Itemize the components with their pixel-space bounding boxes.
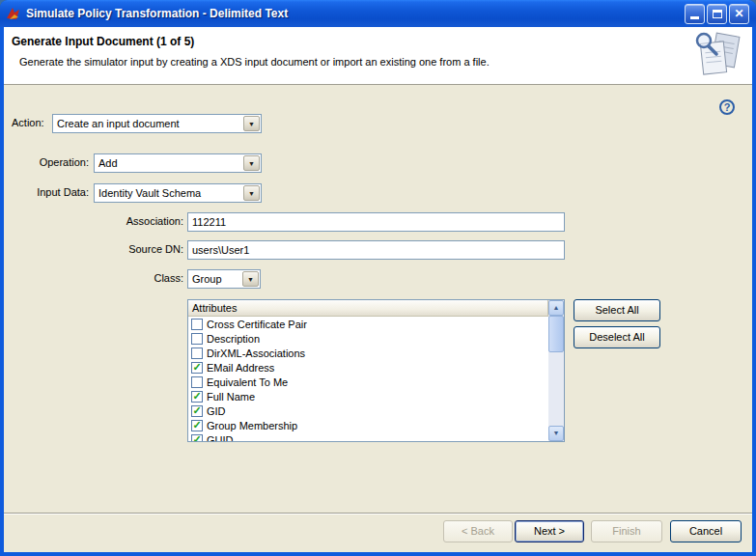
- page-title: Generate Input Document (1 of 5): [12, 35, 194, 48]
- checked-checkbox-icon[interactable]: ✓: [191, 434, 203, 442]
- class-dropdown-arrow-icon[interactable]: ▼: [242, 271, 259, 287]
- back-button[interactable]: < Back: [443, 520, 513, 542]
- unchecked-checkbox-icon[interactable]: [191, 319, 203, 330]
- attribute-label: GUID: [207, 434, 234, 442]
- attribute-row[interactable]: ✓GID: [188, 403, 548, 418]
- checked-checkbox-icon[interactable]: ✓: [191, 362, 203, 374]
- class-select[interactable]: Group ▼: [187, 269, 261, 289]
- attribute-label: Group Membership: [207, 420, 297, 431]
- operation-dropdown-arrow-icon[interactable]: ▼: [243, 155, 260, 171]
- action-value: Create an input document: [57, 118, 180, 129]
- class-label: Class:: [12, 272, 183, 284]
- attribute-label: Equivalent To Me: [207, 376, 288, 388]
- attribute-row[interactable]: Equivalent To Me: [188, 375, 548, 389]
- scroll-thumb[interactable]: [548, 316, 564, 352]
- finish-button[interactable]: Finish: [591, 520, 662, 542]
- attribute-label: Cross Certificate Pair: [207, 319, 307, 330]
- attributes-listbox: Attributes Cross Certificate PairDescrip…: [187, 299, 565, 442]
- attribute-row[interactable]: ✓Group Membership: [188, 418, 548, 432]
- attributes-column-header[interactable]: Attributes: [188, 300, 548, 317]
- minimize-icon: [690, 16, 699, 19]
- dialog-window: Simulate Policy Transformation - Delimit…: [0, 0, 756, 556]
- close-button[interactable]: ✕: [729, 4, 749, 24]
- simulator-document-icon: [690, 31, 742, 79]
- attribute-row[interactable]: ✓Full Name: [188, 389, 548, 403]
- attribute-label: DirXML-Associations: [207, 348, 305, 359]
- source-dn-label: Source DN:: [12, 243, 183, 255]
- attribute-row[interactable]: ✓EMail Address: [188, 360, 548, 375]
- app-icon: [5, 5, 22, 22]
- window-title: Simulate Policy Transformation - Delimit…: [26, 7, 685, 20]
- attribute-row[interactable]: Description: [188, 331, 548, 346]
- input-data-select[interactable]: Identity Vault Schema ▼: [94, 183, 262, 203]
- attribute-label: EMail Address: [207, 362, 274, 374]
- action-select[interactable]: Create an input document ▼: [52, 114, 262, 133]
- attribute-label: Description: [207, 333, 260, 345]
- cancel-button[interactable]: Cancel: [670, 520, 742, 542]
- window-controls: ✕: [685, 4, 749, 24]
- operation-label: Operation:: [12, 156, 89, 168]
- next-button[interactable]: Next >: [515, 520, 584, 542]
- input-data-label: Input Data:: [12, 186, 89, 198]
- operation-value: Add: [98, 157, 118, 169]
- scroll-up-arrow-icon[interactable]: ▲: [548, 300, 564, 316]
- page-description: Generate the simulator input by creating…: [19, 56, 490, 68]
- action-dropdown-arrow-icon[interactable]: ▼: [243, 116, 260, 131]
- action-label: Action:: [12, 117, 44, 128]
- attribute-row[interactable]: Cross Certificate Pair: [188, 317, 548, 331]
- close-icon: ✕: [730, 5, 748, 23]
- attributes-scrollbar[interactable]: ▲ ▼: [548, 300, 564, 441]
- attribute-row[interactable]: ✓GUID: [188, 432, 548, 441]
- minimize-button[interactable]: [685, 4, 705, 24]
- select-all-button[interactable]: Select All: [574, 299, 660, 321]
- scroll-down-arrow-icon[interactable]: ▼: [548, 426, 564, 441]
- maximize-icon: [713, 10, 722, 18]
- deselect-all-button[interactable]: Deselect All: [574, 326, 660, 348]
- attribute-label: Full Name: [207, 391, 255, 403]
- unchecked-checkbox-icon[interactable]: [191, 348, 203, 359]
- button-bar: < Back Next > Finish Cancel: [4, 513, 752, 552]
- input-data-value: Identity Vault Schema: [98, 187, 201, 199]
- unchecked-checkbox-icon[interactable]: [191, 333, 203, 345]
- help-icon[interactable]: ?: [719, 99, 735, 115]
- checked-checkbox-icon[interactable]: ✓: [191, 391, 203, 403]
- attribute-row[interactable]: DirXML-Associations: [188, 346, 548, 360]
- association-input[interactable]: [187, 212, 565, 232]
- wizard-header: Generate Input Document (1 of 5) Generat…: [4, 27, 752, 85]
- dialog-body: Generate Input Document (1 of 5) Generat…: [4, 27, 752, 552]
- unchecked-checkbox-icon[interactable]: [191, 376, 203, 388]
- class-value: Group: [192, 273, 222, 285]
- maximize-button[interactable]: [707, 4, 727, 24]
- attribute-label: GID: [207, 405, 226, 417]
- checked-checkbox-icon[interactable]: ✓: [191, 405, 203, 417]
- checked-checkbox-icon[interactable]: ✓: [191, 420, 203, 431]
- operation-select[interactable]: Add ▼: [94, 153, 262, 173]
- source-dn-input[interactable]: [187, 240, 565, 260]
- attributes-list: Cross Certificate PairDescriptionDirXML-…: [188, 317, 548, 441]
- wizard-content: ? Action: Create an input document ▼ Ope…: [4, 86, 752, 513]
- association-label: Association:: [12, 215, 183, 227]
- titlebar[interactable]: Simulate Policy Transformation - Delimit…: [0, 0, 756, 27]
- input-data-dropdown-arrow-icon[interactable]: ▼: [243, 185, 260, 201]
